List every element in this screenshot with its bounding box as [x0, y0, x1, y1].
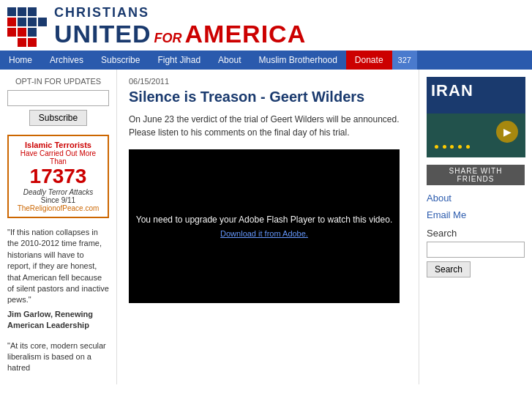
nav-subscribe[interactable]: Subscribe: [92, 51, 149, 70]
optin-label: OPT-IN FOR UPDATES: [7, 77, 109, 86]
optin-input[interactable]: [7, 90, 109, 106]
mosaic-cell: [38, 28, 47, 37]
mosaic-cell: [7, 18, 16, 26]
mosaic-cell: [7, 28, 16, 37]
terror-title: Islamic Terrorists: [13, 141, 103, 149]
logo-christians: CHRISTIANS: [54, 6, 306, 20]
mosaic-cell: [38, 38, 47, 47]
video-container: You need to upgrade your Adobe Flash Pla…: [129, 149, 400, 303]
mosaic-cell: [18, 28, 26, 37]
logo-for: FOR: [154, 31, 182, 46]
left-sidebar: OPT-IN FOR UPDATES Subscribe Islamic Ter…: [0, 70, 117, 384]
dot: [450, 145, 454, 149]
quote1-text: "If this nation collapses in the 2010-20…: [7, 228, 109, 304]
terror-desc: Deadly Terror Attacks Since 9/11: [13, 188, 103, 204]
nav-bar: Home Archives Subscribe Fight Jihad Abou…: [0, 51, 532, 70]
video-link[interactable]: Download it from Adobe.: [220, 229, 308, 238]
logo-text: CHRISTIANS UNITED FOR AMERICA: [54, 6, 306, 48]
share-bar[interactable]: SHARE WITH FRIENDS: [427, 165, 525, 185]
mosaic-cell: [38, 18, 47, 26]
main-layout: OPT-IN FOR UPDATES Subscribe Islamic Ter…: [0, 70, 532, 384]
logo-united: UNITED: [54, 20, 151, 48]
mosaic-cell: [38, 7, 47, 16]
nav-fight-jihad[interactable]: Fight Jihad: [149, 51, 209, 70]
mosaic-cell: [18, 18, 26, 26]
nav-donate[interactable]: Donate: [346, 51, 392, 70]
sidebar-search-button[interactable]: Search: [427, 261, 471, 277]
post-title: Silence is Treason - Geert Wilders: [129, 89, 407, 105]
dot: [435, 145, 438, 149]
nav-about[interactable]: About: [209, 51, 250, 70]
mosaic-cell: [18, 38, 26, 47]
mosaic-cell: [28, 38, 37, 47]
header: CHRISTIANS UNITED FOR AMERICA: [0, 0, 532, 51]
main-content: 06/15/2011 Silence is Treason - Geert Wi…: [117, 70, 419, 384]
right-sidebar: IRAN ▶ SHARE WITH FRIENDS About Email Me…: [419, 70, 532, 384]
logo-line2: UNITED FOR AMERICA: [54, 20, 306, 48]
iran-play-button[interactable]: ▶: [496, 121, 518, 143]
sidebar-search-input[interactable]: [427, 242, 525, 258]
mosaic-cell: [18, 7, 26, 16]
sidebar-search-label: Search: [427, 228, 525, 239]
sidebar-email-link[interactable]: Email Me: [427, 209, 525, 220]
iran-image: IRAN ▶: [427, 77, 525, 157]
iran-label: IRAN: [431, 81, 473, 100]
mosaic-cell: [7, 38, 16, 47]
post-text: On June 23 the verdict of the trial of G…: [129, 113, 407, 139]
mosaic-cell: [28, 18, 37, 26]
video-message: You need to upgrade your Adobe Flash Pla…: [136, 215, 392, 225]
terror-count: 17373: [13, 165, 103, 188]
nav-count[interactable]: 327: [392, 51, 417, 70]
terror-desc-text: Deadly Terror Attacks: [23, 188, 93, 196]
logo-america: AMERICA: [185, 20, 307, 48]
quote-box: "If this nation collapses in the 2010-20…: [7, 227, 109, 332]
logo-mosaic: [7, 7, 47, 47]
quote-author: Jim Garlow, Renewing American Leadership: [7, 309, 109, 332]
post-date: 06/15/2011: [129, 77, 407, 86]
terror-subtitle: Have Carried Out More Than: [13, 149, 103, 165]
quote2: "At its core, modern secular liberalism …: [7, 340, 109, 374]
dot: [443, 145, 446, 149]
nav-home[interactable]: Home: [0, 51, 41, 70]
terror-desc2: Since 9/11: [41, 196, 75, 204]
nav-archives[interactable]: Archives: [41, 51, 92, 70]
dot: [458, 145, 462, 149]
mosaic-cell: [28, 7, 37, 16]
subscribe-button[interactable]: Subscribe: [29, 110, 87, 126]
terror-box: Islamic Terrorists Have Carried Out More…: [7, 135, 109, 218]
dot: [466, 145, 470, 149]
nav-muslim-brotherhood[interactable]: Muslim Brotherhood: [250, 51, 345, 70]
iran-dots: [434, 141, 471, 152]
terror-link[interactable]: TheReligionofPeace.com: [13, 204, 103, 212]
sidebar-about-link[interactable]: About: [427, 193, 525, 204]
mosaic-cell: [7, 7, 16, 16]
mosaic-cell: [28, 28, 37, 37]
